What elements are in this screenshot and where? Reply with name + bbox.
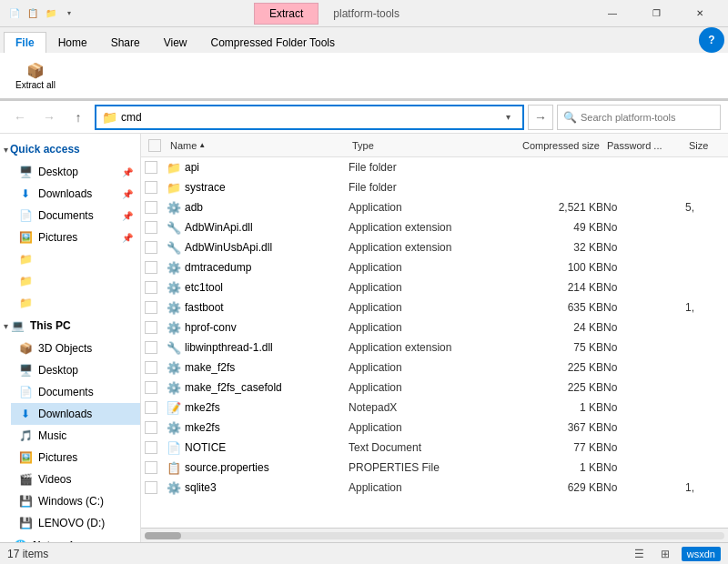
extract-all-button[interactable]: 📦 Extract all <box>7 57 64 95</box>
type-libwinpthread: Application extension <box>349 341 494 354</box>
file-row-adb[interactable]: ⚙️adb Application 2,521 KB No 5, <box>141 197 728 217</box>
row-check-libwinpthread[interactable] <box>145 341 157 354</box>
forward-button[interactable]: → <box>36 105 62 130</box>
row-check-fastboot[interactable] <box>145 301 157 314</box>
file-row-notice[interactable]: 📄NOTICE Text Document 77 KB No <box>141 438 728 458</box>
tab-home[interactable]: Home <box>46 32 99 53</box>
title-bar: 📄 📋 📁 ▾ Extract platform-tools — ❐ ✕ <box>0 0 728 27</box>
sidebar-item-pictures-pc[interactable]: 🖼️ Pictures <box>11 447 140 468</box>
header-password[interactable]: Password ... <box>603 140 685 151</box>
file-row-mke2fs-app[interactable]: ⚙️mke2fs Application 367 KB No <box>141 418 728 438</box>
sidebar-header-this-pc[interactable]: ▾ 💻 This PC <box>0 314 140 337</box>
file-row-systrace[interactable]: 📁systrace File folder <box>141 177 728 197</box>
tab-view[interactable]: View <box>152 32 199 53</box>
type-make-f2fs-casefold: Application <box>349 381 494 394</box>
row-check-mke2fs-app[interactable] <box>145 421 157 434</box>
sidebar-item-desktop[interactable]: 🖥️ Desktop 📌 <box>11 161 140 183</box>
maximize-button[interactable]: ❐ <box>635 0 677 27</box>
sidebar-item-3d-objects[interactable]: 📦 3D Objects <box>11 337 140 359</box>
row-check-api[interactable] <box>145 161 157 174</box>
row-check-source-properties[interactable] <box>145 461 157 474</box>
file-row-source-properties[interactable]: 📋source.properties PROPERTIES File 1 KB … <box>141 458 728 478</box>
header-name[interactable]: Name▲ <box>167 140 349 151</box>
file-row-dmtracedump[interactable]: ⚙️dmtracedump Application 100 KB No <box>141 257 728 277</box>
sidebar-item-videos[interactable]: 🎬 Videos <box>11 468 140 490</box>
address-dropdown-arrow[interactable]: ▾ <box>499 112 517 122</box>
horizontal-scrollbar[interactable] <box>141 528 728 542</box>
row-check-etc1tool[interactable] <box>145 281 157 294</box>
file-row-sqlite3[interactable]: ⚙️sqlite3 Application 629 KB No 1, <box>141 478 728 498</box>
tab-compressed-folder-tools[interactable]: Compressed Folder Tools <box>199 32 348 53</box>
row-check-notice[interactable] <box>145 441 157 454</box>
tab-share[interactable]: Share <box>99 32 152 53</box>
sidebar-item-extra2[interactable]: 📁 <box>11 270 140 292</box>
view-icon-tiles[interactable]: ⊞ <box>656 545 674 563</box>
row-check-dmtracedump[interactable] <box>145 261 157 274</box>
sidebar-header-quick-access[interactable]: ▾ Quick access <box>0 137 140 161</box>
status-right: ☰ ⊞ wsxdn <box>631 545 721 563</box>
row-check-mke2fs-notepad[interactable] <box>145 401 157 414</box>
compressed-dmtracedump: 100 KB <box>494 261 603 274</box>
scroll-thumb[interactable] <box>145 532 181 539</box>
sidebar-item-extra1[interactable]: 📁 <box>11 248 140 270</box>
row-check-adb[interactable] <box>145 201 157 214</box>
minimize-button[interactable]: — <box>592 0 633 27</box>
header-size[interactable]: Size <box>685 140 724 151</box>
file-row-api[interactable]: 📁api File folder <box>141 157 728 177</box>
row-check-make-f2fs-casefold[interactable] <box>145 381 157 394</box>
sidebar-item-pictures-qa[interactable]: 🖼️ Pictures 📌 <box>11 227 140 248</box>
app-icon-hprof-conv: ⚙️ <box>167 320 181 335</box>
back-button[interactable]: ← <box>7 105 33 130</box>
file-row-adbwinapi[interactable]: 🔧AdbWinApi.dll Application extension 49 … <box>141 217 728 237</box>
type-api: File folder <box>349 161 494 174</box>
sidebar-item-windows-c[interactable]: 💾 Windows (C:) <box>11 490 140 512</box>
close-button[interactable]: ✕ <box>679 0 721 27</box>
sidebar-item-lenovo-d[interactable]: 💾 LENOVO (D:) <box>11 512 140 534</box>
sidebar-item-downloads-pc[interactable]: ⬇ Downloads <box>11 403 140 425</box>
password-adbwinusbapi: No <box>603 241 685 254</box>
extract-tab[interactable]: Extract <box>254 3 318 25</box>
ribbon-tabs: File Home Share View Compressed Folder T… <box>0 27 728 53</box>
row-check-systrace[interactable] <box>145 181 157 194</box>
type-mke2fs-app: Application <box>349 421 494 434</box>
up-button[interactable]: ↑ <box>66 105 91 130</box>
row-check-sqlite3[interactable] <box>145 481 157 494</box>
file-row-fastboot[interactable]: ⚙️fastboot Application 635 KB No 1, <box>141 297 728 317</box>
file-row-mke2fs-notepad[interactable]: 📝mke2fs NotepadX 1 KB No <box>141 398 728 418</box>
sidebar-item-documents-qa[interactable]: 📄 Documents 📌 <box>11 205 140 227</box>
tab-file[interactable]: File <box>4 32 46 53</box>
search-input[interactable] <box>581 112 714 123</box>
scroll-track[interactable] <box>145 532 724 539</box>
file-row-make-f2fs[interactable]: ⚙️make_f2fs Application 225 KB No <box>141 358 728 378</box>
header-type[interactable]: Type <box>349 140 494 151</box>
select-all-checkbox[interactable] <box>148 139 161 152</box>
sidebar-item-documents-pc[interactable]: 📄 Documents <box>11 381 140 403</box>
file-row-make-f2fs-casefold[interactable]: ⚙️make_f2fs_casefold Application 225 KB … <box>141 378 728 398</box>
address-go-button[interactable]: → <box>528 105 553 130</box>
file-row-adbwinusbapi[interactable]: 🔧AdbWinUsbApi.dll Application extension … <box>141 237 728 257</box>
file-row-etc1tool[interactable]: ⚙️etc1tool Application 214 KB No <box>141 277 728 297</box>
row-check-hprof-conv[interactable] <box>145 321 157 334</box>
address-input[interactable] <box>121 111 499 124</box>
file-row-hprof-conv[interactable]: ⚙️hprof-conv Application 24 KB No <box>141 317 728 337</box>
sidebar-item-extra3[interactable]: 📁 <box>11 292 140 314</box>
header-check[interactable] <box>145 139 167 152</box>
row-check-adbwinusbapi[interactable] <box>145 241 157 254</box>
sidebar-item-downloads-qa[interactable]: ⬇ Downloads 📌 <box>11 183 140 205</box>
sidebar-header-network[interactable]: ▶ 🌐 Network <box>0 534 140 542</box>
file-row-libwinpthread[interactable]: 🔧libwinpthread-1.dll Application extensi… <box>141 337 728 358</box>
row-check-adbwinapi[interactable] <box>145 221 157 234</box>
sidebar-item-music[interactable]: 🎵 Music <box>11 425 140 447</box>
folder-icon-systrace: 📁 <box>167 180 181 195</box>
row-check-make-f2fs[interactable] <box>145 361 157 374</box>
name-sqlite3: sqlite3 <box>185 481 217 494</box>
type-adb: Application <box>349 201 494 214</box>
help-button[interactable]: ? <box>699 27 724 53</box>
videos-icon: 🎬 <box>18 472 33 487</box>
sidebar-item-desktop-pc[interactable]: 🖥️ Desktop <box>11 359 140 381</box>
text-icon-source-properties: 📋 <box>167 460 181 475</box>
header-compressed[interactable]: Compressed size <box>494 140 603 151</box>
documents-pc-label: Documents <box>38 386 94 398</box>
view-icon-details[interactable]: ☰ <box>631 545 649 563</box>
name-api: api <box>185 161 199 174</box>
